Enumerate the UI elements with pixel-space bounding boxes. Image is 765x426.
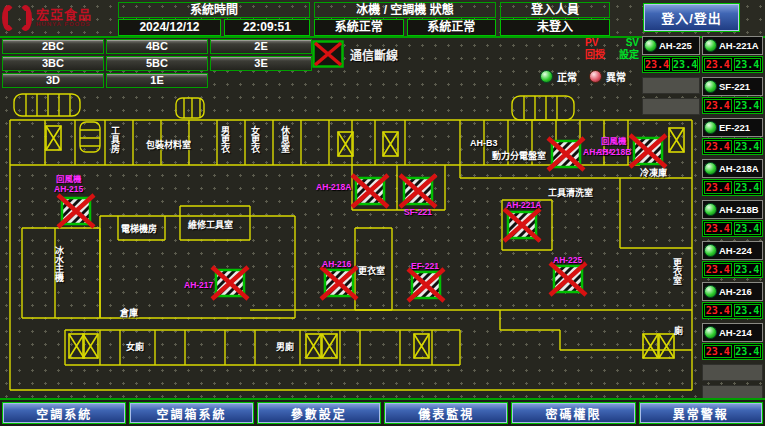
ahu-icon-sf221[interactable]	[400, 175, 436, 207]
unit-button-ah221a[interactable]: AH-221A	[702, 36, 763, 55]
login-logout-button[interactable]: 登入/登出	[643, 3, 740, 32]
unit-values: 23.4 23.4	[702, 302, 763, 319]
status-lamp-icon	[704, 121, 717, 134]
unit-values: 23.4 23.4	[702, 343, 763, 360]
header-bar: 宏亞食品 HUNYA FOODS 系統時間 2024/12/12 22:09:5…	[0, 0, 765, 38]
status-legend: 正常 異常	[540, 69, 626, 84]
room-label: AH-B3	[470, 138, 498, 148]
room-label: 女更衣	[250, 126, 260, 153]
floor-button-3d[interactable]: 3D	[2, 73, 104, 88]
room-label: 工具房	[110, 126, 120, 153]
ahu-icon-ef221[interactable]	[408, 269, 444, 301]
ahu-icon-ah215[interactable]	[58, 195, 94, 227]
ahu-icon-ah218b[interactable]	[630, 135, 666, 167]
ahu-icon-ah217[interactable]	[212, 267, 248, 299]
status-lamp-icon	[704, 80, 717, 93]
unit-button-ef221[interactable]: EF-221	[702, 118, 763, 137]
ahu-icon-ah218a[interactable]	[352, 175, 388, 207]
unit-label: AH-217	[184, 280, 213, 290]
unit-column-left: AH-225 23.4 23.4	[642, 36, 700, 119]
pv-sv-header: PV SV 回授 設定	[583, 37, 641, 61]
unit-button-ah225[interactable]: AH-225	[642, 36, 700, 55]
unit-button-ah224[interactable]: AH-224	[702, 241, 763, 260]
nav-button-password-auth[interactable]: 密碼權限	[511, 402, 635, 424]
nav-button-param-settings[interactable]: 參數設定	[257, 402, 381, 424]
pv-value: 23.4	[704, 99, 732, 112]
unit-panel-sf221: SF-221 23.4 23.4	[702, 77, 763, 114]
room-label: 更衣室	[672, 258, 682, 285]
pv-value: 23.4	[704, 345, 732, 358]
ac-status-value: 系統正常	[407, 19, 497, 36]
unit-label: 回風機	[601, 136, 627, 146]
floor-button-4bc[interactable]: 4BC	[106, 39, 208, 54]
unit-label: AH-216	[322, 259, 351, 269]
unit-button-ah214[interactable]: AH-214	[702, 323, 763, 342]
unit-panel-ah214: AH-214 23.4 23.4	[702, 323, 763, 360]
logo-subtitle: HUNYA FOODS	[36, 21, 92, 27]
floor-plan-drawing	[0, 88, 702, 398]
ahu-icon-ah224[interactable]	[548, 138, 584, 170]
sv-value: 23.4	[734, 263, 762, 276]
system-date-value: 2024/12/12	[118, 19, 221, 36]
system-time-label: 系統時間	[118, 2, 310, 18]
floor-button-2e[interactable]: 2E	[210, 39, 312, 54]
sv-value: 23.4	[734, 181, 762, 194]
unit-button-ah218b[interactable]: AH-218B	[702, 200, 763, 219]
unit-name: AH-225	[659, 40, 692, 51]
comm-loss-legend: 通信斷線	[312, 40, 398, 68]
sv-value: 23.4	[734, 222, 762, 235]
normal-lamp-icon	[540, 70, 553, 83]
room-label: 電梯機房	[121, 224, 157, 234]
unit-label: AH-218B	[596, 147, 631, 157]
unit-button-ah218a[interactable]: AH-218A	[702, 159, 763, 178]
unit-name: AH-224	[719, 245, 752, 256]
unit-button-ah216[interactable]: AH-216	[702, 282, 763, 301]
login-label: 登入人員	[500, 2, 610, 18]
nav-button-ac-system[interactable]: 空調系統	[2, 402, 126, 424]
chiller-status-value: 系統正常	[314, 19, 404, 36]
unit-label: 回風機	[56, 174, 82, 184]
system-time-value: 22:09:51	[224, 19, 310, 36]
ahu-icon-ah216[interactable]	[321, 267, 357, 299]
room-label: 動力分電盤室	[492, 151, 546, 161]
unit-name: SF-221	[719, 81, 750, 92]
pv-label: PV	[585, 37, 598, 49]
normal-label: 正常	[557, 69, 577, 84]
nav-button-ahu-system[interactable]: 空調箱系統	[129, 402, 253, 424]
unit-panel-ah221a: AH-221A 23.4 23.4	[702, 36, 763, 73]
floor-button-3e[interactable]: 3E	[210, 56, 312, 71]
unit-name: EF-221	[719, 122, 750, 133]
ahu-icon-ah225[interactable]	[550, 263, 586, 295]
room-label: 工具清洗室	[548, 188, 593, 198]
room-label: 冷凍庫	[640, 168, 667, 178]
sv-value: 23.4	[734, 58, 762, 71]
room-label: 冰水主機	[54, 246, 64, 282]
pv-value: 23.4	[644, 58, 670, 71]
room-label: 男廁	[276, 342, 294, 352]
sv-value: 23.4	[734, 345, 762, 358]
nav-button-alarm[interactable]: 異常警報	[639, 402, 763, 424]
ahu-icon-ah221a[interactable]	[504, 209, 540, 241]
empty-slot	[702, 364, 763, 381]
floor-button-3bc[interactable]: 3BC	[2, 56, 104, 71]
room-label: 廁	[674, 326, 683, 336]
unit-label: AH-215	[54, 184, 83, 194]
nav-button-meter-monitor[interactable]: 儀表監視	[384, 402, 508, 424]
unit-panel-ef221: EF-221 23.4 23.4	[702, 118, 763, 155]
floor-button-5bc[interactable]: 5BC	[106, 56, 208, 71]
machine-status-label: 冰機 / 空調機 狀態	[314, 2, 496, 18]
bottom-navigation: 空調系統 空調箱系統 參數設定 儀表監視 密碼權限 異常警報	[0, 398, 765, 426]
unit-label: SF-221	[404, 207, 432, 217]
unit-button-sf221[interactable]: SF-221	[702, 77, 763, 96]
status-lamp-icon	[704, 285, 717, 298]
unit-values: 23.4 23.4	[702, 179, 763, 196]
sv-sub-label: 設定	[619, 49, 639, 61]
unit-values: 23.4 23.4	[702, 220, 763, 237]
login-user-value: 未登入	[500, 19, 610, 36]
empty-slot	[642, 98, 700, 115]
unit-name: AH-221A	[719, 40, 759, 51]
unit-column-right: AH-221A 23.4 23.4 SF-221 23.4 23.4 EF-22…	[702, 36, 763, 406]
unit-label: AH-218A	[316, 182, 351, 192]
floor-button-2bc[interactable]: 2BC	[2, 39, 104, 54]
floor-button-1e[interactable]: 1E	[106, 73, 208, 88]
